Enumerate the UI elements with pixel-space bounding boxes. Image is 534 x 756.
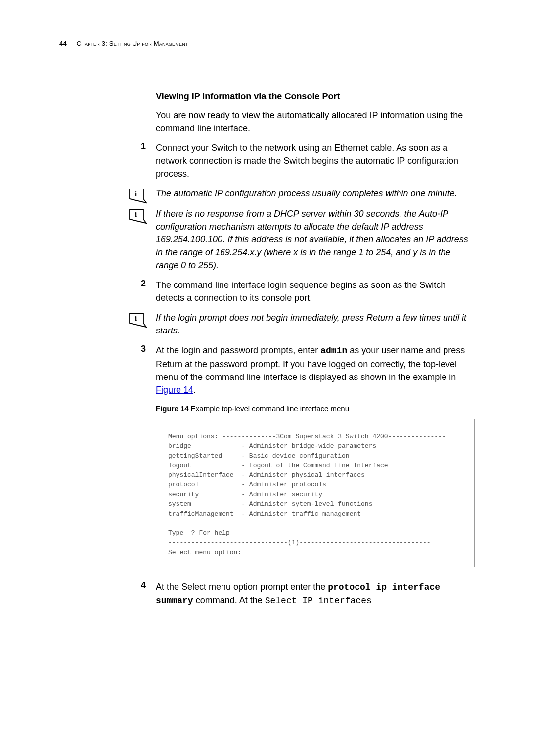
content-column: Viewing IP Information via the Console P…	[156, 92, 475, 607]
step-4-text: At the Select menu option prompt enter t…	[156, 580, 475, 607]
intro-paragraph: You are now ready to view the automatica…	[156, 109, 475, 135]
cli-menu-figure: Menu options: --------------3Com Superst…	[156, 419, 475, 568]
step-3-end: .	[193, 385, 196, 395]
note-1-text: The automatic IP configuration process u…	[156, 187, 475, 200]
step-4-pre: At the Select menu option prompt enter t…	[156, 582, 328, 592]
note-3: i If the login prompt does not begin imm…	[156, 311, 475, 337]
info-icon: i	[129, 188, 147, 204]
select-ip-literal: Select IP interfaces	[265, 596, 372, 606]
admin-literal: admin	[320, 346, 347, 356]
step-3: 3 At the login and password prompts, ent…	[156, 344, 475, 396]
note-2: i If there is no response from a DHCP se…	[156, 207, 475, 272]
svg-text:i: i	[135, 314, 137, 322]
step-4: 4 At the Select menu option prompt enter…	[156, 580, 475, 607]
info-icon: i	[129, 208, 147, 224]
step-2-text: The command line interface login sequenc…	[156, 279, 475, 304]
figure-label: Figure 14	[156, 404, 189, 413]
svg-marker-2	[130, 209, 146, 223]
step-number: 3	[141, 344, 146, 354]
svg-text:i: i	[135, 210, 137, 218]
figure-14-link[interactable]: Figure 14	[156, 385, 193, 395]
step-number: 1	[141, 142, 146, 152]
svg-text:i: i	[135, 190, 137, 198]
step-3-text: At the login and password prompts, enter…	[156, 344, 475, 396]
figure-caption-text: Example top-level command line interface…	[189, 404, 349, 413]
section-heading: Viewing IP Information via the Console P…	[156, 92, 475, 102]
step-1: 1 Connect your Switch to the network usi…	[156, 142, 475, 180]
note-3-text: If the login prompt does not begin immed…	[156, 311, 475, 337]
step-number: 2	[141, 279, 146, 289]
svg-marker-4	[130, 313, 146, 327]
page: 44 Chapter 3: Setting Up for Management …	[0, 0, 534, 644]
step-number: 4	[141, 580, 146, 591]
figure-caption: Figure 14 Example top-level command line…	[156, 404, 475, 413]
svg-marker-0	[130, 189, 146, 203]
step-3-pre: At the login and password prompts, enter	[156, 345, 320, 355]
page-number: 44	[59, 40, 67, 47]
note-2-text: If there is no response from a DHCP serv…	[156, 207, 475, 272]
note-1: i The automatic IP configuration process…	[156, 187, 475, 200]
info-icon: i	[129, 312, 147, 328]
chapter-label: Chapter 3: Setting Up for Management	[77, 40, 188, 47]
step-4-mid: command. At the	[193, 595, 265, 605]
running-head: 44 Chapter 3: Setting Up for Management	[59, 40, 475, 47]
step-2: 2 The command line interface login seque…	[156, 279, 475, 304]
step-1-text: Connect your Switch to the network using…	[156, 142, 475, 180]
